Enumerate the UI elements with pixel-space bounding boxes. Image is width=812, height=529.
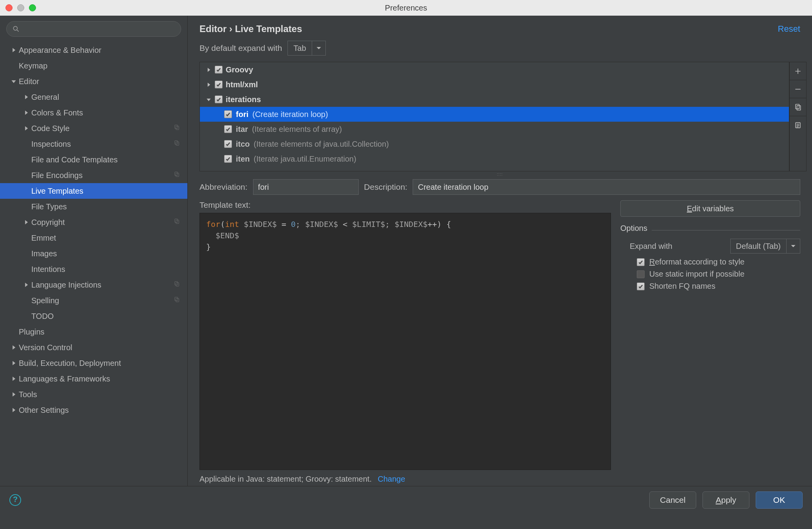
chevron-right-icon[interactable] (10, 345, 17, 350)
sidebar-item-inspections[interactable]: Inspections (0, 136, 187, 152)
svg-rect-3 (176, 126, 179, 130)
template-group-iterations[interactable]: iterations (200, 92, 789, 107)
group-label: html/xml (226, 80, 258, 89)
minimize-window-icon[interactable] (17, 4, 24, 11)
chevron-right-icon[interactable] (205, 67, 212, 72)
template-checkbox[interactable] (224, 155, 232, 163)
sidebar-item-label: Live Templates (31, 187, 83, 196)
group-checkbox[interactable] (215, 81, 223, 88)
static-import-checkbox[interactable] (637, 270, 645, 278)
sidebar-item-build-execution-deployment[interactable]: Build, Execution, Deployment (0, 355, 187, 371)
chevron-right-icon[interactable] (10, 376, 17, 381)
titlebar: Preferences (0, 0, 812, 16)
sidebar-item-label: Build, Execution, Deployment (19, 359, 121, 368)
sidebar-item-other-settings[interactable]: Other Settings (0, 402, 187, 418)
sidebar-item-languages-frameworks[interactable]: Languages & Frameworks (0, 371, 187, 387)
reset-link[interactable]: Reset (778, 24, 800, 34)
group-checkbox[interactable] (215, 66, 223, 74)
template-item-itco[interactable]: itco(Iterate elements of java.util.Colle… (200, 137, 789, 151)
shorten-fq-checkbox-row[interactable]: Shorten FQ names (637, 282, 800, 291)
reformat-checkbox-row[interactable]: Reformat according to style (637, 257, 800, 266)
splitter[interactable]: :::: (188, 171, 812, 177)
static-import-checkbox-row[interactable]: Use static import if possible (637, 270, 800, 279)
edit-variables-button[interactable]: Edit variables (620, 200, 800, 217)
project-level-icon (173, 296, 180, 305)
template-text-label: Template text: (199, 200, 611, 210)
add-button[interactable] (790, 62, 806, 80)
description-input[interactable] (413, 179, 800, 195)
chevron-right-icon[interactable] (23, 126, 30, 131)
template-item-fori[interactable]: fori(Create iteration loop) (200, 107, 789, 122)
remove-button[interactable] (790, 80, 806, 98)
sidebar-item-code-style[interactable]: Code Style (0, 121, 187, 136)
options-title: Options (620, 224, 800, 233)
group-checkbox[interactable] (215, 95, 223, 103)
change-context-link[interactable]: Change (378, 475, 405, 483)
apply-button[interactable]: Apply (702, 491, 749, 509)
chevron-right-icon[interactable] (10, 407, 17, 413)
chevron-right-icon[interactable] (10, 47, 17, 53)
reformat-checkbox[interactable] (637, 258, 645, 266)
sidebar-item-file-types[interactable]: File Types (0, 199, 187, 214)
settings-tree[interactable]: Appearance & BehaviorKeymapEditorGeneral… (0, 42, 187, 486)
template-checkbox[interactable] (224, 140, 232, 148)
template-group-groovy[interactable]: Groovy (200, 62, 789, 77)
sidebar-item-general[interactable]: General (0, 89, 187, 105)
chevron-right-icon[interactable] (10, 360, 17, 366)
template-item-iten[interactable]: iten(Iterate java.util.Enumeration) (200, 151, 789, 166)
dialog-footer: ? Cancel Apply OK (0, 486, 812, 513)
template-group-html-xml[interactable]: html/xml (200, 77, 789, 92)
project-level-icon (173, 281, 180, 290)
shorten-fq-checkbox[interactable] (637, 282, 645, 290)
copy-button[interactable] (790, 98, 806, 116)
expand-with-select[interactable]: Default (Tab) (730, 239, 801, 254)
template-abbr: fori (236, 110, 248, 119)
search-input[interactable] (6, 21, 181, 37)
chevron-right-icon[interactable] (10, 392, 17, 397)
chevron-down-icon (312, 41, 325, 55)
sidebar-item-version-control[interactable]: Version Control (0, 340, 187, 355)
sidebar-item-emmet[interactable]: Emmet (0, 230, 187, 246)
template-checkbox[interactable] (224, 125, 232, 133)
sidebar-item-live-templates[interactable]: Live Templates (0, 183, 187, 199)
cancel-button[interactable]: Cancel (649, 491, 696, 509)
sidebar-item-file-and-code-templates[interactable]: File and Code Templates (0, 152, 187, 167)
chevron-right-icon[interactable] (205, 82, 212, 87)
sidebar-item-file-encodings[interactable]: File Encodings (0, 167, 187, 183)
help-button[interactable]: ? (9, 494, 21, 506)
chevron-right-icon[interactable] (23, 220, 30, 225)
sidebar-item-appearance-behavior[interactable]: Appearance & Behavior (0, 42, 187, 58)
sidebar-item-label: General (31, 93, 59, 102)
sidebar-item-editor[interactable]: Editor (0, 74, 187, 89)
sidebar-item-label: Other Settings (19, 406, 69, 415)
sidebar-item-spelling[interactable]: Spelling (0, 293, 187, 308)
chevron-down-icon[interactable] (10, 79, 17, 84)
default-expand-select[interactable]: Tab (287, 41, 325, 56)
chevron-right-icon[interactable] (23, 282, 30, 288)
chevron-down-icon[interactable] (205, 97, 212, 102)
abbreviation-input[interactable] (253, 179, 359, 195)
restore-button[interactable] (790, 116, 806, 134)
ok-button[interactable]: OK (756, 491, 803, 509)
template-item-itar[interactable]: itar(Iterate elements of array) (200, 122, 789, 137)
zoom-window-icon[interactable] (29, 4, 36, 11)
search-field[interactable] (23, 25, 175, 33)
sidebar-item-colors-fonts[interactable]: Colors & Fonts (0, 105, 187, 121)
sidebar-item-intentions[interactable]: Intentions (0, 261, 187, 277)
chevron-right-icon[interactable] (23, 110, 30, 115)
close-window-icon[interactable] (5, 4, 13, 11)
template-groups-list[interactable]: Groovyhtml/xmliterationsfori(Create iter… (199, 62, 789, 171)
search-icon (12, 25, 20, 33)
chevron-right-icon[interactable] (23, 94, 30, 100)
sidebar-item-label: Plugins (19, 327, 45, 336)
svg-line-1 (17, 30, 19, 32)
sidebar-item-todo[interactable]: TODO (0, 308, 187, 324)
template-checkbox[interactable] (224, 110, 232, 118)
sidebar-item-copyright[interactable]: Copyright (0, 214, 187, 230)
sidebar-item-tools[interactable]: Tools (0, 387, 187, 402)
sidebar-item-language-injections[interactable]: Language Injections (0, 277, 187, 293)
sidebar-item-keymap[interactable]: Keymap (0, 58, 187, 74)
sidebar-item-images[interactable]: Images (0, 246, 187, 261)
template-text-editor[interactable]: for(int $INDEX$ = 0; $INDEX$ < $LIMIT$; … (199, 213, 611, 470)
sidebar-item-plugins[interactable]: Plugins (0, 324, 187, 340)
